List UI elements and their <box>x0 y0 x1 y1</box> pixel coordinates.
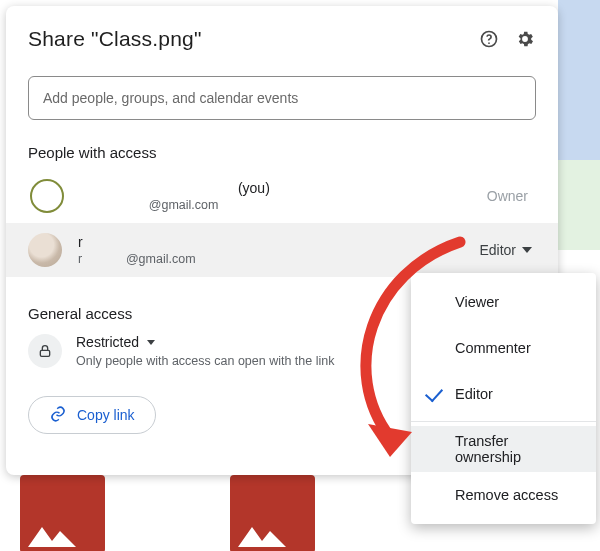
chevron-down-icon <box>522 247 532 253</box>
link-icon <box>49 405 67 426</box>
add-people-placeholder: Add people, groups, and calendar events <box>43 90 298 106</box>
role-dropdown[interactable]: Editor <box>479 242 536 258</box>
svg-rect-5 <box>40 350 49 356</box>
person-row-owner: xxxxxxxxxxxxxxxxxxxxxx (you) xxxxxxxxxxx… <box>28 169 536 223</box>
menu-item-commenter[interactable]: Commenter <box>411 325 596 371</box>
add-people-input[interactable]: Add people, groups, and calendar events <box>28 76 536 120</box>
svg-point-4 <box>488 42 490 44</box>
you-suffix: (you) <box>238 180 270 196</box>
general-access-mode: Restricted <box>76 334 139 350</box>
person-name: xxxxxxxxxxxxxxxxxxxxxx (you) <box>80 180 270 196</box>
general-access-description: Only people with access can open with th… <box>76 354 334 368</box>
gear-icon[interactable] <box>514 28 536 50</box>
role-menu: Viewer Commenter Editor Transfer ownersh… <box>411 273 596 524</box>
role-label-owner: Owner <box>487 188 534 204</box>
dialog-header: Share "Class.png" <box>28 24 536 54</box>
avatar <box>30 179 64 213</box>
person-email: rxxxxxxx@gmail.com <box>78 252 196 266</box>
menu-divider <box>411 421 596 422</box>
chevron-down-icon <box>147 340 155 345</box>
lock-icon <box>28 334 62 368</box>
menu-item-remove-access[interactable]: Remove access <box>411 472 596 518</box>
role-label-editor: Editor <box>479 242 516 258</box>
menu-item-transfer-ownership[interactable]: Transfer ownership <box>411 426 596 472</box>
general-access-mode-dropdown[interactable]: Restricted <box>76 334 334 350</box>
dialog-title: Share "Class.png" <box>28 27 202 51</box>
menu-item-editor[interactable]: Editor <box>411 371 596 417</box>
drive-thumbnail <box>230 475 315 551</box>
avatar <box>28 233 62 267</box>
person-name: r <box>78 234 196 250</box>
people-with-access-heading: People with access <box>28 144 536 161</box>
menu-item-viewer[interactable]: Viewer <box>411 279 596 325</box>
bg-column-blue <box>558 0 600 160</box>
help-icon[interactable] <box>478 28 500 50</box>
person-row-editor[interactable]: r rxxxxxxx@gmail.com Editor <box>6 223 558 277</box>
svg-marker-2 <box>238 527 286 547</box>
copy-link-button[interactable]: Copy link <box>28 396 156 434</box>
person-email: xxxxxxxxxxx@gmail.com <box>80 198 270 212</box>
svg-marker-1 <box>28 527 76 547</box>
copy-link-label: Copy link <box>77 407 135 423</box>
drive-thumbnail <box>20 475 105 551</box>
bg-column-green <box>558 160 600 250</box>
